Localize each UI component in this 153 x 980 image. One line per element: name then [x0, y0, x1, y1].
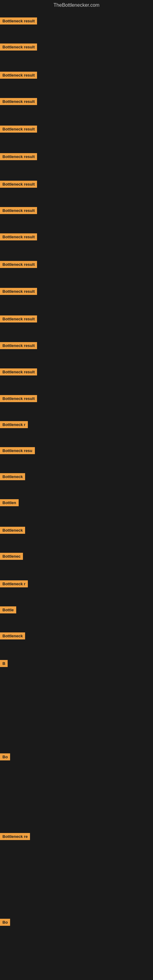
bottleneck-label: Bottleneck result	[0, 72, 37, 79]
bottleneck-result-item: Bottleneck result	[0, 72, 37, 80]
bottleneck-label: Bottleneck result	[0, 98, 37, 105]
bottleneck-label: Bottleneck r	[0, 580, 28, 587]
bottleneck-label: Bottleneck result	[0, 18, 37, 24]
bottleneck-label: Bottlen	[0, 499, 19, 506]
bottleneck-result-item: Bottleneck result	[0, 368, 37, 377]
bottleneck-result-item: Bottleneck	[0, 632, 25, 641]
bottleneck-label: Bottleneck result	[0, 43, 37, 51]
bottleneck-label: Bottleneck r	[0, 421, 28, 428]
bottleneck-label: Bottleneck result	[0, 342, 37, 349]
bottleneck-result-item: Bottleneck result	[0, 126, 37, 134]
bottleneck-result-item: Bo	[0, 753, 10, 762]
bottleneck-label: Bottleneck result	[0, 233, 37, 240]
bottleneck-result-item: Bottlen	[0, 499, 19, 508]
bottleneck-result-item: Bottleneck result	[0, 342, 37, 350]
bottleneck-result-item: Bottleneck	[0, 527, 25, 535]
bottleneck-result-item: Bottleneck result	[0, 153, 37, 161]
bottleneck-label: Bottleneck	[0, 632, 25, 640]
bottleneck-result-item: Bottleneck re	[0, 833, 30, 841]
bottleneck-result-item: B	[0, 660, 8, 668]
bottleneck-result-item: Bottleneck result	[0, 181, 37, 189]
bottleneck-label: Bottleneck	[0, 527, 25, 534]
bottleneck-label: Bottleneck resu	[0, 447, 35, 454]
bottleneck-result-item: Bottleneck result	[0, 233, 37, 242]
bottleneck-result-item: Bottleneck result	[0, 43, 37, 52]
bottleneck-result-item: Bottleneck result	[0, 395, 37, 403]
bottleneck-label: Bottleneck re	[0, 833, 30, 840]
bottleneck-label: B	[0, 660, 8, 667]
bottleneck-label: Bottleneck result	[0, 207, 37, 214]
bottleneck-result-item: Bottleneck result	[0, 98, 37, 106]
bottleneck-result-item: Bottleneck	[0, 473, 25, 481]
bottleneck-result-item: Bottleneck result	[0, 288, 37, 296]
bottleneck-result-item: Bottleneck resu	[0, 447, 35, 455]
bottleneck-result-item: Bottleneck r	[0, 580, 28, 589]
bottleneck-label: Bottleneck result	[0, 395, 37, 402]
bottleneck-result-item: Bottleneck result	[0, 207, 37, 215]
bottleneck-label: Bottleneck result	[0, 261, 37, 268]
bottleneck-result-item: Bottleneck result	[0, 18, 37, 26]
bottleneck-result-item: Bottleneck r	[0, 421, 28, 430]
bottleneck-result-item: Bottleneck result	[0, 261, 37, 269]
bottleneck-label: Bottleneck result	[0, 368, 37, 375]
bottleneck-label: Bottleneck result	[0, 288, 37, 295]
bottleneck-label: Bottleneck result	[0, 153, 37, 160]
bottleneck-label: Bo	[0, 753, 10, 760]
bottleneck-label: Bottleneck result	[0, 181, 37, 188]
bottleneck-result-item: Bottle	[0, 606, 16, 615]
bottleneck-label: Bo	[0, 919, 10, 926]
bottleneck-result-item: Bottlenec	[0, 553, 23, 561]
bottleneck-label: Bottleneck	[0, 473, 25, 480]
bottleneck-label: Bottleneck result	[0, 126, 37, 133]
bottleneck-label: Bottle	[0, 606, 16, 613]
site-title: TheBottlenecker.com	[0, 0, 153, 10]
bottleneck-label: Bottleneck result	[0, 315, 37, 323]
bottleneck-label: Bottlenec	[0, 553, 23, 560]
bottleneck-result-item: Bo	[0, 919, 10, 927]
bottleneck-result-item: Bottleneck result	[0, 315, 37, 324]
